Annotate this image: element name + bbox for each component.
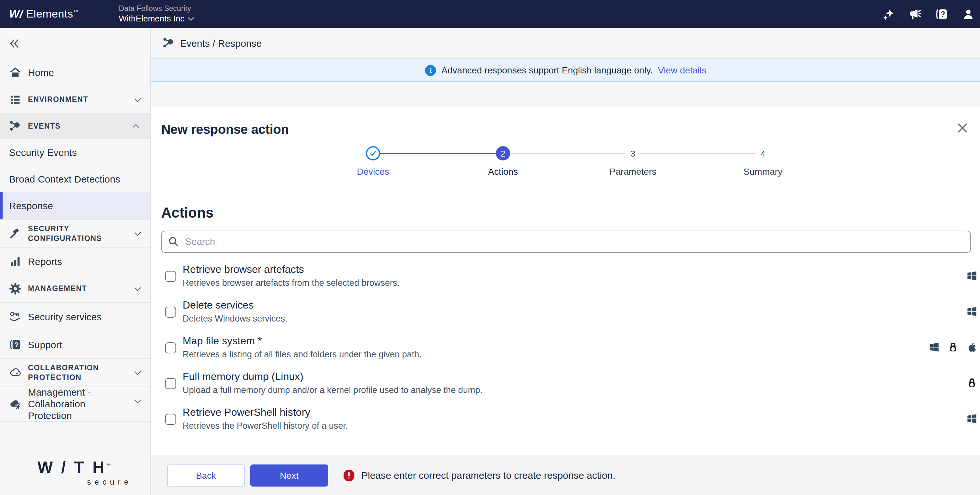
checkbox[interactable] bbox=[165, 378, 176, 389]
step-number: 3 bbox=[626, 146, 640, 160]
linux-icon bbox=[948, 342, 959, 353]
next-button[interactable]: Next bbox=[250, 464, 328, 486]
sidebar-section-collaboration-protection[interactable]: COLLABORATION PROTECTION bbox=[0, 358, 150, 387]
logo-name: Elements bbox=[26, 8, 73, 20]
home-icon bbox=[9, 66, 21, 78]
environment-list-icon bbox=[9, 94, 21, 106]
windows-icon bbox=[929, 342, 940, 353]
error-text: Please enter correct parameters to creat… bbox=[361, 470, 616, 481]
windows-icon bbox=[966, 413, 977, 424]
list-item: Map file system * Retrieves a listing of… bbox=[151, 331, 980, 367]
wizard-title: New response action bbox=[161, 122, 980, 137]
sidebar-item-security-services[interactable]: Security services bbox=[0, 302, 150, 331]
org-scope-label: Data Fellows Security bbox=[119, 4, 192, 13]
checkbox[interactable] bbox=[165, 271, 176, 282]
cloud-gear-icon bbox=[9, 398, 21, 410]
gavel-icon bbox=[9, 227, 21, 240]
sidebar-section-environment[interactable]: ENVIRONMENT bbox=[0, 86, 150, 113]
back-button[interactable]: Back bbox=[167, 464, 245, 486]
step-devices[interactable]: Devices bbox=[308, 146, 438, 177]
action-description: Deletes Windows services. bbox=[183, 314, 972, 324]
search-input[interactable] bbox=[161, 231, 971, 253]
sidebar-section-label: COLLABORATION PROTECTION bbox=[28, 363, 130, 382]
chevron-up-icon bbox=[132, 124, 139, 130]
action-title: Retrieve browser artefacts bbox=[183, 263, 972, 276]
search-icon bbox=[168, 236, 179, 248]
info-icon: i bbox=[425, 65, 436, 76]
sparkles-icon[interactable] bbox=[882, 8, 895, 21]
linux-icon bbox=[966, 378, 977, 389]
error-icon bbox=[342, 469, 355, 482]
sidebar-item-label: Management - Collaboration Protection bbox=[28, 387, 130, 422]
list-item: Full memory dump (Linux) Upload a full m… bbox=[151, 367, 980, 403]
org-switcher[interactable]: Data Fellows Security WithElements Inc bbox=[119, 4, 192, 24]
action-description: Retrieves a listing of all files and fol… bbox=[183, 349, 972, 359]
sidebar-section-label: SECURITY CONFIGURATIONS bbox=[28, 224, 130, 243]
sidebar-section-events[interactable]: EVENTS bbox=[0, 113, 150, 139]
close-icon[interactable] bbox=[957, 122, 968, 134]
view-details-link[interactable]: View details bbox=[658, 65, 706, 75]
breadcrumb: Events / Response bbox=[151, 28, 980, 59]
logo-mark: W/ bbox=[9, 8, 23, 20]
svg-text:?: ? bbox=[14, 340, 19, 349]
sidebar-section-label: ENVIRONMENT bbox=[28, 95, 88, 105]
collapse-sidebar-icon[interactable] bbox=[8, 37, 21, 50]
app-logo: W/ Elements™ bbox=[9, 8, 79, 21]
wizard-stepper: Devices 2 Actions 3 Parameters 4 Summary bbox=[308, 146, 828, 185]
help-card-icon: ? bbox=[9, 338, 21, 351]
apple-icon bbox=[966, 342, 977, 353]
list-item: Retrieve PowerShell history Retrieves th… bbox=[151, 403, 980, 438]
sidebar-section-security-configurations[interactable]: SECURITY CONFIGURATIONS bbox=[0, 219, 150, 248]
list-item: Kill process (Linux / Mac) bbox=[151, 438, 980, 447]
sidebar-item-management-collaboration-protection[interactable]: Management - Collaboration Protection bbox=[0, 387, 150, 422]
windows-icon bbox=[966, 270, 977, 281]
sidebar-item-response[interactable]: Response bbox=[0, 192, 150, 219]
info-banner: i Advanced responses support English lan… bbox=[151, 59, 980, 82]
action-title: Map file system * bbox=[183, 335, 972, 347]
step-actions[interactable]: 2 Actions bbox=[438, 146, 568, 177]
gear-icon bbox=[9, 282, 21, 295]
main-content: Events / Response i Advanced responses s… bbox=[151, 28, 980, 495]
banner-text: Advanced responses support English langu… bbox=[441, 65, 652, 75]
app-window: W/ Elements™ Data Fellows Security WithE… bbox=[0, 0, 980, 495]
step-number: 2 bbox=[496, 146, 510, 160]
sidebar-item-support[interactable]: ? Support bbox=[0, 331, 150, 358]
topbar-icon-group: ? bbox=[882, 0, 975, 28]
step-parameters[interactable]: 3 Parameters bbox=[568, 146, 698, 177]
sidebar-section-management[interactable]: MANAGEMENT bbox=[0, 275, 150, 302]
checkbox[interactable] bbox=[165, 414, 176, 425]
sidebar-item-label: Security services bbox=[28, 311, 102, 322]
sidebar-section-label: MANAGEMENT bbox=[28, 284, 87, 294]
chevron-down-icon bbox=[135, 368, 141, 375]
sidebar-item-label: Response bbox=[9, 200, 53, 211]
checkbox[interactable] bbox=[165, 306, 176, 318]
reports-bars-icon bbox=[9, 255, 21, 268]
cloud-icon bbox=[9, 366, 21, 379]
sidebar-item-label: Home bbox=[28, 67, 54, 78]
announcements-megaphone-icon[interactable] bbox=[908, 8, 921, 21]
events-node-icon bbox=[9, 120, 21, 132]
action-description: Upload a full memory dump and/or a kerne… bbox=[183, 385, 972, 395]
sidebar-item-home[interactable]: Home bbox=[0, 59, 150, 86]
checkbox[interactable] bbox=[165, 342, 176, 354]
chevron-down-icon bbox=[188, 14, 194, 21]
sidebar-item-label: Support bbox=[28, 339, 62, 350]
windows-icon bbox=[966, 306, 977, 317]
events-node-icon bbox=[162, 37, 175, 49]
breadcrumb-path: Events / Response bbox=[180, 38, 262, 49]
chevron-down-icon bbox=[135, 95, 141, 102]
actions-heading: Actions bbox=[161, 205, 980, 222]
user-account-icon[interactable] bbox=[962, 8, 975, 21]
wizard-card: New response action Devices 2 Actions bbox=[151, 106, 980, 495]
sidebar-item-security-events[interactable]: Security Events bbox=[0, 139, 150, 166]
help-icon[interactable]: ? bbox=[935, 8, 948, 21]
actions-search bbox=[161, 231, 971, 253]
sidebar-item-label: Reports bbox=[28, 256, 62, 267]
list-item: Delete services Deletes Windows services… bbox=[151, 295, 980, 331]
sidebar-item-broad-context-detections[interactable]: Broad Context Detections bbox=[0, 166, 150, 192]
chevron-down-icon bbox=[135, 229, 141, 236]
step-summary[interactable]: 4 Summary bbox=[698, 146, 828, 177]
sidebar-item-reports[interactable]: Reports bbox=[0, 248, 150, 275]
top-bar: W/ Elements™ Data Fellows Security WithE… bbox=[0, 0, 980, 28]
action-title: Full memory dump (Linux) bbox=[183, 370, 972, 383]
